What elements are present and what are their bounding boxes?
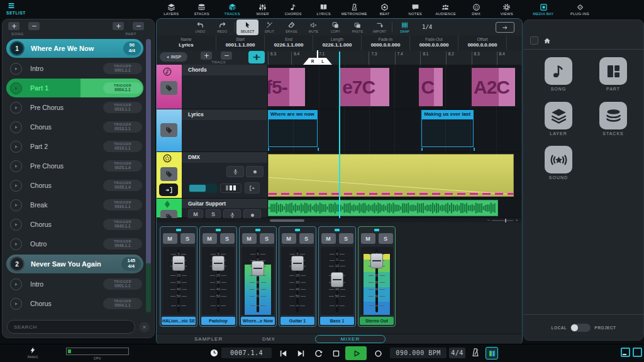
part-play-button[interactable] — [10, 160, 22, 172]
inspector-button[interactable]: INSP — [160, 52, 187, 62]
timeline-scrollbar[interactable]: −+ — [157, 218, 522, 222]
setlist-part[interactable]: Part 2TRIGGER0019.1.1 — [6, 137, 143, 156]
info-length[interactable]: Length0226.1.1.000 — [313, 35, 362, 50]
dmx-lane[interactable] — [268, 152, 522, 198]
info-name[interactable]: NameLyrics — [157, 35, 216, 50]
setlist-part[interactable]: Part 1TRIGGER0010.1.1 — [6, 314, 143, 317]
tab-dmx[interactable]: DMX — [461, 0, 492, 18]
add-part-button[interactable] — [113, 22, 124, 30]
fader-handle[interactable] — [252, 261, 264, 276]
track-header[interactable]: Lyrics — [182, 109, 268, 151]
cycle-button[interactable] — [310, 347, 326, 359]
redo-button[interactable]: REDO — [211, 19, 233, 35]
setlist-part[interactable]: Pre ChorusTRIGGER0025.1.4 — [6, 156, 143, 175]
layout-window-button-2[interactable] — [633, 348, 642, 357]
tag-icon-box[interactable] — [160, 81, 177, 95]
chords-lane[interactable]: f5-e7CCA2C — [268, 65, 522, 109]
info-fade-in[interactable]: Fade-In0000.0.0.000 — [362, 35, 410, 50]
part-play-button[interactable] — [10, 180, 22, 192]
dmx-event[interactable] — [268, 154, 514, 197]
solo-button[interactable]: S — [180, 233, 195, 244]
mixer-channel-5[interactable]: MS501020304050∞Bass 1 — [318, 226, 356, 327]
info-start[interactable]: Start0001.1.1.000 — [216, 35, 265, 50]
undo-button[interactable]: UNDO — [189, 19, 211, 35]
expand-toolbar-button[interactable] — [496, 22, 514, 33]
setlist-scrollbar[interactable] — [146, 39, 151, 312]
tab-media-bay[interactable]: MEDIA BAY — [526, 0, 561, 18]
remove-track-button[interactable] — [221, 52, 232, 60]
tab-beat[interactable]: BEAT — [370, 0, 401, 18]
part-play-button[interactable] — [10, 298, 22, 310]
setlist-part[interactable]: ChorusTRIGGER0013.1.1 — [6, 118, 143, 136]
fader-handle[interactable] — [331, 272, 343, 287]
snap-button[interactable]: SNAP — [394, 19, 416, 35]
local-project-toggle[interactable] — [570, 324, 591, 332]
solo-button[interactable]: S — [379, 233, 393, 244]
setlist-part[interactable]: ChorusTRIGGER0028.1.4 — [6, 176, 143, 195]
setlist-part[interactable]: Pre ChorusTRIGGER0010.1.1 — [6, 98, 143, 117]
setlist-song[interactable]: 2Never Saw You Again1454/4 — [6, 255, 143, 273]
add-song-button[interactable] — [8, 22, 19, 30]
search-clear-button[interactable] — [139, 322, 150, 332]
zone-tab-sampler[interactable]: SAMPLER — [194, 336, 223, 342]
scrollbar-handle[interactable] — [270, 219, 304, 222]
part-play-button[interactable] — [10, 121, 22, 133]
playhead[interactable] — [339, 52, 340, 218]
part-play-button[interactable] — [10, 141, 22, 153]
dmx-level-slider[interactable] — [188, 184, 217, 193]
part-play-button[interactable] — [10, 82, 22, 94]
tab-tracks[interactable]: TRACKS — [217, 0, 248, 18]
panic-button[interactable]: PANIC — [28, 346, 38, 359]
filter-checkbox[interactable] — [530, 36, 538, 45]
monitor-button[interactable] — [226, 166, 244, 177]
meter-view-button[interactable] — [486, 347, 498, 359]
track-header[interactable]: Chords — [182, 65, 268, 109]
lyric-event[interactable]: Where are we now — [268, 110, 318, 147]
tab-stacks[interactable]: STACKS — [187, 0, 218, 18]
part-play-button[interactable] — [10, 278, 22, 290]
play-button[interactable] — [345, 346, 367, 360]
search-input[interactable] — [7, 320, 135, 334]
mixer-channel-3[interactable]: MS501020304050∞Where...e Now — [239, 226, 277, 327]
go-to-start-button[interactable] — [275, 347, 291, 359]
stop-button[interactable] — [328, 347, 344, 359]
chord-event[interactable]: C — [419, 68, 442, 106]
track-header[interactable]: Guitar SupportMS — [182, 199, 268, 217]
mute-button[interactable]: M — [203, 233, 217, 244]
erase-button[interactable]: ERASE — [280, 19, 303, 35]
dmx-input-button[interactable] — [159, 184, 178, 196]
chord-event[interactable]: A2C — [472, 68, 515, 106]
remove-part-button[interactable] — [133, 22, 144, 30]
fader-handle[interactable] — [172, 256, 185, 271]
part-play-button[interactable] — [10, 102, 22, 114]
part-play-button[interactable] — [10, 238, 22, 250]
tab-notes[interactable]: NOTES — [400, 0, 431, 18]
mixer-channel-2[interactable]: MS501020304050∞Padshop — [199, 226, 237, 327]
setlist-part[interactable]: IntroTRIGGER0001.1.1 — [6, 59, 143, 78]
mixer-channel-4[interactable]: MS501020304050∞Guitar 1 — [279, 226, 316, 327]
part-play-button[interactable] — [10, 219, 22, 231]
dmx-output-button[interactable] — [245, 182, 260, 194]
mediabay-item-layer[interactable]: LAYER — [538, 102, 579, 136]
mediabay-item-part[interactable]: PART — [592, 57, 634, 91]
mute-button[interactable]: M — [282, 233, 296, 244]
dmx-mode-button[interactable] — [220, 184, 242, 193]
track-controls-button[interactable] — [248, 51, 265, 63]
part-play-button[interactable] — [10, 63, 22, 75]
chord-event[interactable]: e7C — [340, 68, 389, 106]
info-end[interactable]: End0226.1.1.000 — [265, 35, 313, 50]
setlist-part[interactable]: OutroTRIGGER0046.1.1 — [6, 234, 143, 253]
info-fade-out[interactable]: Fade-Out0000.0.0.000 — [410, 35, 458, 50]
solo-button[interactable]: S — [220, 233, 235, 244]
solo-button[interactable]: S — [260, 233, 274, 244]
setlist-menu-button[interactable]: SETLIST — [6, 2, 44, 15]
layout-window-button-1[interactable] — [621, 348, 630, 357]
mute-button[interactable]: M — [361, 233, 375, 244]
go-to-end-button[interactable] — [292, 347, 309, 359]
mediabay-item-song[interactable]: SONG — [538, 57, 579, 91]
tab-mixer[interactable]: MIXER — [248, 0, 279, 18]
mute-button[interactable]: MUTE — [303, 19, 325, 35]
record-enable-button[interactable] — [246, 166, 264, 177]
position-display[interactable]: 0007.1.4 — [221, 348, 272, 358]
guitar-lane[interactable] — [268, 199, 522, 217]
